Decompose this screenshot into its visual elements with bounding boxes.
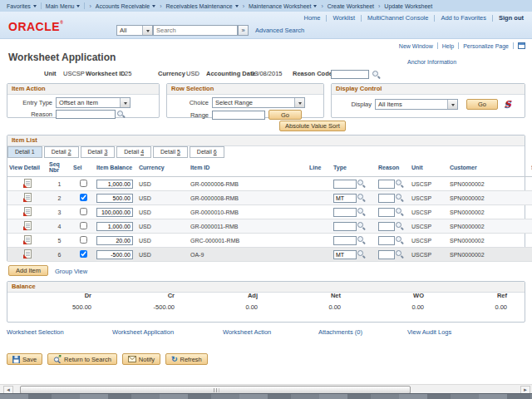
worksheet-action-link[interactable]: Worksheet Action: [223, 328, 271, 336]
group-view-link[interactable]: Group View: [55, 268, 87, 275]
breadcrumb-item-create-worksheet[interactable]: Create Worksheet: [328, 3, 374, 9]
lookup-icon[interactable]: [357, 250, 366, 259]
view-detail-icon[interactable]: [24, 179, 32, 188]
table-row: 4 USD GR-0000011-RMB USCSP SPN0000002: [7, 219, 532, 234]
view-detail-icon[interactable]: [24, 249, 32, 259]
item-balance-input[interactable]: [96, 236, 133, 245]
select-checkbox[interactable]: [80, 208, 87, 215]
choice-select[interactable]: Select Range: [212, 97, 305, 108]
lookup-icon[interactable]: [357, 194, 366, 202]
item-balance-input[interactable]: [96, 222, 133, 231]
item-reason-input[interactable]: [56, 110, 116, 119]
tab-detail-6[interactable]: Detail 6: [190, 146, 224, 158]
worklist-link[interactable]: Worklist: [332, 14, 355, 22]
select-checkbox[interactable]: [80, 180, 87, 187]
advanced-search-link[interactable]: Advanced Search: [255, 27, 304, 34]
reason-input[interactable]: [378, 194, 395, 203]
view-audit-logs-link[interactable]: View Audit Logs: [407, 328, 451, 336]
worksheet-application-link[interactable]: Worksheet Application: [112, 328, 174, 336]
type-input[interactable]: [333, 208, 357, 217]
breadcrumb-item-maintenance-worksheet[interactable]: Maintenance Worksheet: [249, 2, 317, 9]
breadcrumb-item-receivables-maintenance[interactable]: Receivables Maintenance: [166, 2, 239, 9]
reason-input[interactable]: [378, 222, 395, 231]
view-detail-icon[interactable]: [24, 221, 32, 230]
reason-input[interactable]: [378, 250, 395, 259]
entry-type-select[interactable]: Offset an Item: [56, 97, 131, 108]
reason-input[interactable]: [378, 180, 395, 189]
item-balance-input[interactable]: [96, 194, 133, 203]
breadcrumb-divider: [41, 2, 42, 9]
lookup-icon[interactable]: [357, 180, 366, 188]
search-go-icon[interactable]: »: [238, 25, 249, 36]
anchor-information-link[interactable]: Anchor Information: [407, 59, 456, 65]
return-to-search-button[interactable]: Return to Search: [47, 353, 117, 365]
lookup-icon[interactable]: [396, 208, 404, 216]
absolute-value-sort-button[interactable]: Absolute Value Sort: [279, 121, 346, 131]
select-checkbox[interactable]: [80, 194, 87, 201]
attachments-link[interactable]: Attachments (0): [318, 328, 362, 336]
currency-symbol-icon[interactable]: S: [505, 100, 511, 109]
lookup-icon[interactable]: [357, 236, 366, 244]
view-detail-icon[interactable]: [24, 235, 32, 244]
breadcrumb-item-favorites[interactable]: Favorites: [7, 2, 37, 9]
customer-cell: SPN0000002: [448, 191, 530, 205]
breadcrumb-item-accounts-receivable[interactable]: Accounts Receivable: [96, 2, 155, 9]
lookup-icon[interactable]: [357, 222, 366, 230]
unit-value: USCSP: [63, 70, 85, 77]
add-to-favorites-link[interactable]: Add to Favorites: [441, 14, 486, 22]
refresh-button[interactable]: ↻ Refresh: [165, 353, 208, 365]
select-checkbox[interactable]: [80, 236, 87, 244]
unit-cell: USCSP: [410, 219, 448, 234]
breadcrumb-item-update-worksheet[interactable]: Update Worksheet: [384, 3, 432, 9]
range-input[interactable]: [212, 111, 265, 120]
col-reason: Reason: [377, 158, 410, 177]
view-detail-icon[interactable]: [24, 207, 32, 216]
save-button[interactable]: Save: [7, 353, 42, 365]
lookup-icon[interactable]: [396, 222, 404, 230]
help-link[interactable]: Help: [442, 43, 454, 49]
lookup-icon[interactable]: [117, 111, 126, 119]
new-window-link[interactable]: New Window: [399, 43, 433, 49]
display-select[interactable]: All Items: [375, 99, 458, 110]
home-link[interactable]: Home: [303, 14, 320, 22]
tab-detail-4[interactable]: Detail 4: [116, 146, 151, 158]
tab-detail-3[interactable]: Detail 3: [81, 146, 116, 158]
breadcrumb-item-main-menu[interactable]: Main Menu: [46, 2, 81, 9]
reason-input[interactable]: [378, 236, 395, 245]
lookup-icon[interactable]: [357, 208, 366, 216]
select-checkbox[interactable]: [80, 222, 87, 229]
personalize-page-link[interactable]: Personalize Page: [463, 43, 509, 49]
type-input[interactable]: [333, 236, 357, 245]
search-scope-select[interactable]: All: [116, 25, 153, 36]
personalize-grid-icon[interactable]: [518, 42, 525, 49]
notify-button[interactable]: Notify: [122, 353, 160, 365]
item-balance-input[interactable]: [96, 250, 133, 259]
tab-detail-1[interactable]: Detail 1: [7, 146, 42, 158]
item-balance-input[interactable]: [96, 208, 133, 217]
type-input[interactable]: [333, 222, 357, 231]
tab-detail-2[interactable]: Detail 2: [44, 146, 79, 158]
reason-input[interactable]: [378, 208, 395, 217]
worksheet-selection-link[interactable]: Worksheet Selection: [7, 328, 64, 336]
lookup-icon[interactable]: [372, 71, 381, 79]
select-checkbox[interactable]: [80, 250, 87, 258]
multichannel-console-link[interactable]: MultiChannel Console: [367, 14, 428, 22]
type-input[interactable]: [333, 250, 357, 259]
item-list-table: View Detail Seq Nbr Sel Item Balance Cur…: [7, 158, 532, 262]
reason-code-input[interactable]: [331, 70, 369, 79]
tab-detail-5[interactable]: Detail 5: [153, 146, 188, 158]
unit-cell: USCSP: [410, 191, 448, 205]
view-detail-icon[interactable]: [24, 193, 32, 202]
lookup-icon[interactable]: [396, 236, 404, 244]
sign-out-link[interactable]: Sign out: [499, 14, 524, 22]
lookup-icon[interactable]: [396, 180, 404, 188]
item-balance-input[interactable]: [96, 180, 133, 189]
range-go-button[interactable]: Go: [268, 110, 302, 120]
type-input[interactable]: [333, 180, 357, 189]
type-input[interactable]: [333, 194, 357, 203]
lookup-icon[interactable]: [396, 250, 404, 259]
lookup-icon[interactable]: [396, 194, 404, 202]
add-item-button[interactable]: Add Item: [8, 265, 48, 276]
search-input[interactable]: [153, 25, 238, 36]
display-go-button[interactable]: Go: [466, 99, 498, 110]
